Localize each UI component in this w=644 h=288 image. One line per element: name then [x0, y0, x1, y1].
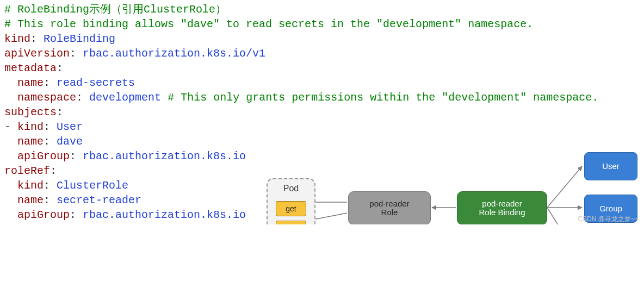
yaml-key: subjects: [4, 106, 57, 118]
rolebinding-node: pod-reader Role Binding: [457, 191, 547, 224]
yaml-value: secret-reader: [57, 194, 141, 206]
yaml-key: kind: [17, 179, 44, 192]
role-kind: Role: [349, 208, 430, 217]
yaml-key: apiGroup: [17, 209, 70, 221]
yaml-value: rbac.authorization.k8s.io: [83, 150, 246, 162]
yaml-key: kind: [17, 121, 44, 133]
yaml-value: ClusterRole: [57, 179, 128, 192]
diagram-connectors: [264, 152, 640, 224]
subject-user-node: User: [584, 152, 637, 180]
code-comment: # This role binding allows "dave" to rea…: [4, 18, 533, 30]
binding-kind: Role Binding: [457, 208, 547, 217]
yaml-key: metadata: [4, 62, 57, 74]
yaml-key: namespace: [17, 91, 76, 104]
yaml-key: name: [17, 77, 44, 89]
code-comment: # RoleBinding示例（引用ClusterRole）: [4, 3, 226, 16]
rbac-diagram: Pod get list pod-reader Role pod-reader …: [264, 152, 640, 224]
watermark: CSDN @寻龙之梦~~: [578, 215, 639, 223]
verb-list: list: [276, 221, 306, 224]
svg-line-5: [547, 208, 582, 224]
yaml-value: development: [89, 91, 161, 104]
yaml-key: apiVersion: [4, 47, 70, 60]
code-comment: # This only grants permissions within th…: [168, 91, 598, 104]
role-node: pod-reader Role: [348, 191, 431, 224]
pod-label: Pod: [268, 183, 314, 195]
yaml-value: dave: [57, 135, 83, 148]
yaml-key: kind: [4, 33, 30, 45]
yaml-key: name: [17, 135, 44, 148]
yaml-value: rbac.authorization.k8s.io/v1: [83, 47, 265, 60]
yaml-value: rbac.authorization.k8s.io: [83, 209, 246, 221]
verb-get: get: [276, 201, 306, 216]
pod-node: Pod get list: [267, 178, 315, 224]
yaml-value: read-secrets: [57, 77, 135, 89]
svg-line-3: [547, 166, 582, 208]
binding-name: pod-reader: [457, 199, 547, 209]
yaml-value: User: [57, 121, 83, 133]
yaml-key: roleRef: [4, 165, 50, 177]
yaml-key: name: [17, 194, 44, 206]
role-name: pod-reader: [349, 199, 430, 209]
yaml-value: RoleBinding: [44, 33, 115, 45]
yaml-key: apiGroup: [17, 150, 70, 162]
